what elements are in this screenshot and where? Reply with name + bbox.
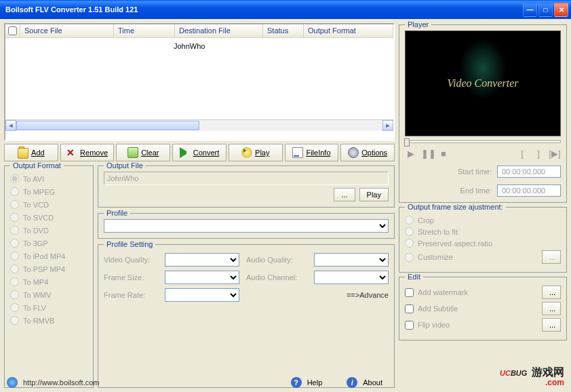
format-option-to-ipod-mp4[interactable]: To iPod MP4 [10,252,87,260]
add-button[interactable]: Add [4,144,58,161]
horizontal-scrollbar[interactable]: ◄ ► [5,119,393,130]
format-option-to-3gp[interactable]: To 3GP [10,239,87,248]
format-radio[interactable] [10,213,19,222]
clear-button[interactable]: Clear [116,144,170,161]
help-link[interactable]: Help [307,378,323,387]
info-icon: i [347,377,357,388]
flip-browse-button[interactable]: ... [542,318,561,332]
options-button[interactable]: Options [340,144,395,161]
start-time-field[interactable]: 00:00:00.000 [497,165,561,178]
globe-icon [7,377,18,388]
minimize-button[interactable]: — [523,3,537,17]
output-file-browse-button[interactable]: ... [334,188,355,201]
format-radio[interactable] [10,277,19,286]
format-option-to-svcd[interactable]: To SVCD [10,213,87,222]
col-time[interactable]: Time [114,24,175,37]
format-label: To iPod MP4 [23,252,65,260]
player-play-button[interactable]: ▶ [405,149,417,159]
play-button[interactable]: Play [229,144,283,161]
adjust-radio[interactable] [405,253,414,262]
subtitle-browse-button[interactable]: ... [542,302,561,315]
scroll-track[interactable] [16,120,382,131]
player-mark-out-button[interactable]: ] [532,149,545,159]
format-radio[interactable] [10,187,19,196]
close-button[interactable]: ✕ [554,3,568,17]
format-radio[interactable] [10,226,19,235]
col-status[interactable]: Status [263,24,304,37]
player-skip-end-button[interactable]: [▶] [549,149,561,159]
format-option-to-mp4[interactable]: To MP4 [10,277,87,286]
output-file-group: Output File ... Play [98,165,395,208]
profile-select[interactable] [104,219,389,233]
audio-channel-label: Audio Channel: [246,273,307,281]
frame-size-select[interactable] [165,271,239,284]
format-option-to-mpeg[interactable]: To MPEG [10,187,87,196]
scroll-left-button[interactable]: ◄ [5,120,16,131]
header-checkbox-cell[interactable] [5,24,20,37]
format-option-to-avi[interactable]: To AVI [10,174,87,183]
customize-browse-button[interactable]: ... [542,250,561,264]
output-file-play-button[interactable]: Play [359,188,389,201]
watermark-browse-button[interactable]: ... [542,286,561,299]
player-pause-button[interactable]: ❚❚ [421,149,433,159]
scroll-thumb[interactable] [16,121,199,130]
format-option-to-rmvb[interactable]: To RMVB [10,316,87,325]
watermark-checkbox[interactable] [405,288,414,297]
format-radio[interactable] [10,200,19,209]
format-radio[interactable] [10,303,19,312]
fileinfo-button[interactable]: FileInfo [285,144,339,161]
format-radio[interactable] [10,252,19,260]
adjust-radio[interactable] [405,216,414,224]
advance-link[interactable]: ==>Advance [347,291,389,299]
seek-knob[interactable] [404,138,410,146]
adjust-label: Customize [418,253,538,261]
format-option-to-dvd[interactable]: To DVD [10,226,87,235]
adjust-radio[interactable] [405,227,414,236]
player-mark-in-button[interactable]: [ [516,149,528,159]
file-icon [292,147,303,158]
convert-button[interactable]: Convert [172,144,227,161]
player-seek-slider[interactable] [405,140,561,143]
format-option-to-vcd[interactable]: To VCD [10,200,87,209]
frame-rate-select[interactable] [165,288,239,302]
format-radio[interactable] [10,239,19,248]
format-radio[interactable] [10,174,19,183]
scroll-right-button[interactable]: ► [382,120,393,131]
col-destination-file[interactable]: Destination File [175,24,263,37]
footer-url[interactable]: http://www.boilsoft.com [23,378,100,387]
col-source-file[interactable]: Source File [20,24,114,37]
maximize-button[interactable]: □ [538,3,553,17]
col-output-format[interactable]: Output Format [304,24,393,37]
adjust-option-preserved-aspect-ratio[interactable]: Preserved aspect ratio [405,239,561,248]
file-list-body[interactable]: JohnWho [5,38,393,119]
audio-quality-label: Audio Quality: [246,256,307,264]
adjust-option-stretch-to-fit[interactable]: Stretch to fit [405,227,561,236]
end-time-field[interactable]: 00:00:00.000 [497,184,561,197]
audio-quality-select[interactable] [314,253,389,267]
flip-checkbox[interactable] [405,321,414,330]
video-quality-label: Video Quality: [104,256,158,264]
player-stop-button[interactable]: ■ [437,149,450,159]
select-all-checkbox[interactable] [8,26,17,35]
audio-channel-select[interactable] [314,271,389,284]
flip-label: Flip video [418,321,538,329]
output-file-field[interactable] [104,172,389,185]
format-option-to-psp-mp4[interactable]: To PSP MP4 [10,264,87,273]
about-link[interactable]: About [363,378,382,387]
format-label: To MPEG [23,188,55,196]
format-label: To 3GP [23,239,48,248]
video-quality-select[interactable] [165,253,239,267]
player-screen[interactable]: Video Converter [405,31,561,136]
remove-button[interactable]: ✕Remove [60,144,115,161]
format-radio[interactable] [10,264,19,273]
format-radio[interactable] [10,290,19,299]
format-radio[interactable] [10,316,19,325]
adjust-option-crop[interactable]: Crop [405,216,561,224]
adjust-option-customize[interactable]: Customize... [405,250,561,264]
adjust-radio[interactable] [405,239,414,248]
profile-legend: Profile [104,209,130,217]
subtitle-checkbox[interactable] [405,305,414,313]
format-option-to-wmv[interactable]: To WMV [10,290,87,299]
format-option-to-flv[interactable]: To FLV [10,303,87,312]
help-icon: ? [291,377,302,388]
